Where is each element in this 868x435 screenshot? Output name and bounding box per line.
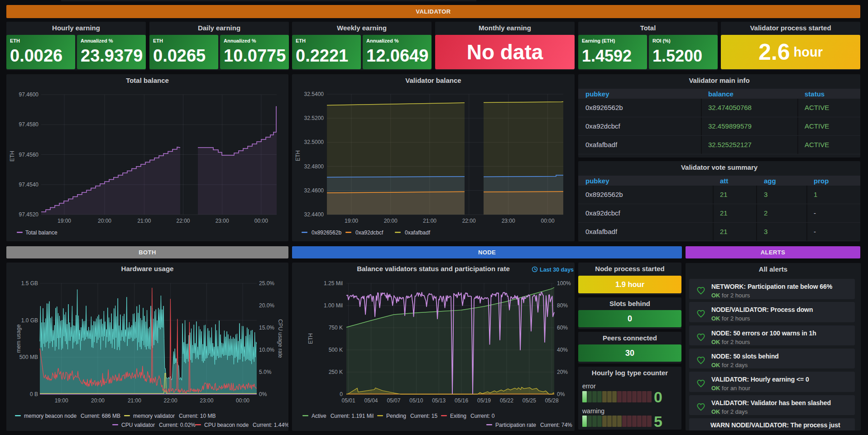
svg-text:21:00: 21:00 [137, 218, 151, 224]
svg-text:19:00: 19:00 [345, 218, 358, 224]
svg-text:00:00: 00:00 [236, 397, 249, 404]
svg-text:97.4520: 97.4520 [19, 211, 39, 218]
svg-text:97.4600: 97.4600 [19, 91, 39, 98]
svg-text:0xa92dcbcf: 0xa92dcbcf [355, 229, 384, 236]
svg-text:20:00: 20:00 [91, 397, 105, 404]
svg-text:0: 0 [340, 391, 343, 397]
svg-text:20:00: 20:00 [384, 218, 398, 224]
svg-text:500 K: 500 K [329, 347, 343, 353]
svg-text:memory beacon nodeCurrent: 686: memory beacon nodeCurrent: 686 MB [24, 413, 120, 419]
svg-text:23:00: 23:00 [216, 218, 229, 224]
svg-text:25.0%: 25.0% [259, 280, 274, 287]
svg-text:20.0%: 20.0% [259, 302, 274, 309]
svg-text:05/16: 05/16 [455, 397, 468, 404]
svg-text:22:00: 22:00 [176, 218, 190, 224]
svg-text:CPU beacon nodeCurrent: 1.44%: CPU beacon nodeCurrent: 1.44% [204, 422, 288, 428]
svg-text:500 MB: 500 MB [19, 354, 38, 360]
svg-text:22:00: 22:00 [462, 218, 476, 224]
svg-text:97.4580: 97.4580 [19, 121, 39, 128]
svg-text:20%: 20% [557, 369, 568, 375]
svg-text:22:00: 22:00 [164, 397, 177, 404]
svg-text:100%: 100% [557, 280, 571, 287]
svg-text:10.0%: 10.0% [259, 347, 274, 353]
svg-text:1.0 GB: 1.0 GB [21, 317, 38, 324]
svg-text:PendingCurrent: 15: PendingCurrent: 15 [386, 413, 437, 419]
svg-text:97.4540: 97.4540 [19, 182, 39, 188]
svg-text:0xafafbadf: 0xafafbadf [405, 229, 431, 236]
svg-text:05/01: 05/01 [342, 397, 355, 404]
svg-text:1.25 Mil: 1.25 Mil [324, 280, 343, 287]
svg-text:05/04: 05/04 [364, 397, 378, 404]
svg-text:1.5 GB: 1.5 GB [21, 280, 38, 287]
svg-text:CPU validatorCurrent: 0.02%: CPU validatorCurrent: 0.02% [121, 422, 196, 428]
svg-text:32.4800: 32.4800 [304, 163, 324, 170]
svg-text:00:00: 00:00 [541, 218, 555, 224]
svg-text:ETH: ETH [295, 150, 301, 161]
svg-text:21:00: 21:00 [423, 218, 436, 224]
svg-text:23:00: 23:00 [502, 218, 515, 224]
svg-text:05/07: 05/07 [387, 397, 400, 404]
svg-text:23:00: 23:00 [200, 397, 213, 404]
svg-text:Last 30 days: Last 30 days [540, 267, 574, 273]
svg-text:05/22: 05/22 [500, 397, 513, 404]
svg-text:05/13: 05/13 [432, 397, 446, 404]
svg-text:250 K: 250 K [329, 369, 343, 375]
svg-text:5.0%: 5.0% [259, 369, 272, 375]
svg-text:60%: 60% [557, 325, 568, 331]
svg-text:97.4560: 97.4560 [19, 152, 39, 158]
svg-text:0%: 0% [557, 391, 565, 397]
svg-text:05/25: 05/25 [523, 397, 536, 404]
svg-text:32.4400: 32.4400 [304, 211, 324, 218]
svg-text:0 B: 0 B [30, 391, 38, 397]
svg-text:21:00: 21:00 [128, 397, 141, 404]
svg-text:mem usage: mem usage [15, 324, 22, 353]
svg-text:ExitingCurrent: 0: ExitingCurrent: 0 [450, 413, 495, 419]
svg-text:32.5200: 32.5200 [304, 115, 324, 121]
svg-text:19:00: 19:00 [55, 397, 68, 404]
svg-text:32.5400: 32.5400 [304, 91, 324, 97]
svg-text:memory validatorCurrent: 10 MB: memory validatorCurrent: 10 MB [133, 413, 216, 419]
svg-text:32.5000: 32.5000 [304, 139, 324, 145]
svg-text:32.4600: 32.4600 [304, 187, 324, 194]
svg-text:80%: 80% [557, 302, 568, 309]
svg-text:0x8926562b: 0x8926562b [312, 229, 341, 236]
svg-text:20:00: 20:00 [98, 218, 111, 224]
svg-text:19:00: 19:00 [58, 218, 71, 224]
svg-text:1.00 Mil: 1.00 Mil [324, 302, 343, 309]
svg-text:ActiveCurrent: 1.191 Mil: ActiveCurrent: 1.191 Mil [312, 413, 374, 419]
svg-text:0%: 0% [259, 391, 267, 397]
svg-text:05/19: 05/19 [477, 397, 491, 404]
svg-text:Total balance: Total balance [25, 229, 58, 236]
svg-text:Participation rateCurrent: 74%: Participation rateCurrent: 74% [495, 422, 572, 428]
svg-text:ETH: ETH [9, 151, 15, 162]
svg-text:750 K: 750 K [329, 325, 343, 331]
svg-text:CPU usage rate: CPU usage rate [277, 319, 283, 358]
svg-text:40%: 40% [557, 347, 568, 353]
svg-text:15.0%: 15.0% [259, 325, 274, 331]
svg-text:05/28: 05/28 [545, 397, 559, 404]
svg-text:ETH: ETH [307, 333, 314, 344]
svg-text:05/10: 05/10 [409, 397, 423, 404]
svg-text:00:00: 00:00 [254, 218, 268, 224]
